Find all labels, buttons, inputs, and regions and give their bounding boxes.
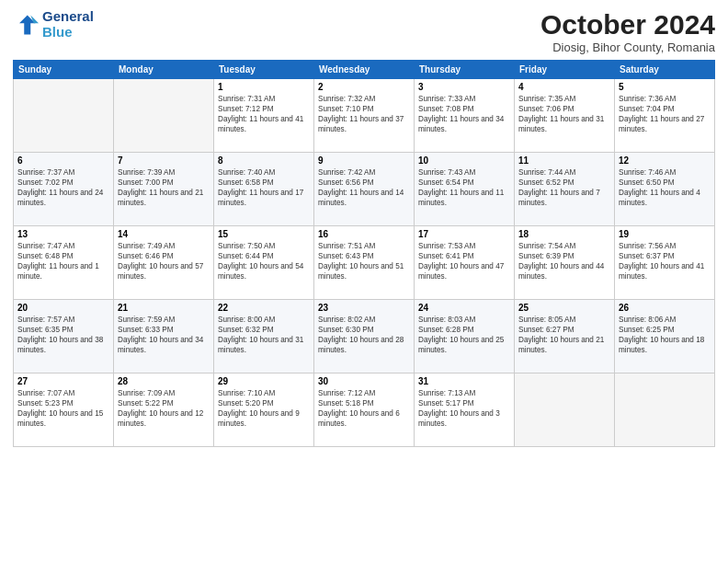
title-block: October 2024 Diosig, Bihor County, Roman… <box>540 9 715 54</box>
day-info: Sunrise: 8:06 AMSunset: 6:25 PMDaylight:… <box>619 315 711 355</box>
calendar-day-cell: 30Sunrise: 7:12 AMSunset: 5:18 PMDayligh… <box>314 373 415 447</box>
day-number: 30 <box>318 376 410 386</box>
calendar-day-cell: 26Sunrise: 8:06 AMSunset: 6:25 PMDayligh… <box>615 300 715 373</box>
day-number: 2 <box>318 82 410 92</box>
weekday-header-sunday: Sunday <box>14 61 114 79</box>
day-number: 17 <box>418 229 510 239</box>
calendar-day-cell: 28Sunrise: 7:09 AMSunset: 5:22 PMDayligh… <box>114 373 214 447</box>
weekday-header-tuesday: Tuesday <box>214 61 314 79</box>
month-title: October 2024 <box>540 9 715 40</box>
day-info: Sunrise: 7:54 AMSunset: 6:39 PMDaylight:… <box>518 241 610 282</box>
day-number: 21 <box>118 303 210 313</box>
calendar-day-cell: 15Sunrise: 7:50 AMSunset: 6:44 PMDayligh… <box>214 226 314 300</box>
day-info: Sunrise: 7:44 AMSunset: 6:52 PMDaylight:… <box>518 167 610 208</box>
calendar-day-cell: 22Sunrise: 8:00 AMSunset: 6:32 PMDayligh… <box>214 300 314 373</box>
day-number: 11 <box>518 155 610 166</box>
day-number: 6 <box>17 155 109 166</box>
calendar-day-cell <box>114 79 214 153</box>
day-info: Sunrise: 7:59 AMSunset: 6:33 PMDaylight:… <box>118 315 210 355</box>
calendar-day-cell <box>14 79 114 153</box>
day-number: 15 <box>218 229 310 239</box>
weekday-header-wednesday: Wednesday <box>314 61 415 79</box>
day-info: Sunrise: 7:53 AMSunset: 6:41 PMDaylight:… <box>418 241 510 282</box>
day-info: Sunrise: 8:00 AMSunset: 6:32 PMDaylight:… <box>218 315 310 355</box>
day-number: 16 <box>318 229 410 239</box>
calendar-week-row: 13Sunrise: 7:47 AMSunset: 6:48 PMDayligh… <box>14 226 715 300</box>
day-info: Sunrise: 7:56 AMSunset: 6:37 PMDaylight:… <box>619 241 711 282</box>
day-info: Sunrise: 7:42 AMSunset: 6:56 PMDaylight:… <box>318 167 410 208</box>
day-info: Sunrise: 7:10 AMSunset: 5:20 PMDaylight:… <box>218 388 310 429</box>
day-info: Sunrise: 7:51 AMSunset: 6:43 PMDaylight:… <box>318 241 410 282</box>
calendar-day-cell: 27Sunrise: 7:07 AMSunset: 5:23 PMDayligh… <box>14 373 114 447</box>
day-number: 25 <box>518 303 610 313</box>
calendar-day-cell: 24Sunrise: 8:03 AMSunset: 6:28 PMDayligh… <box>415 300 515 373</box>
day-number: 13 <box>17 229 109 239</box>
calendar-day-cell: 11Sunrise: 7:44 AMSunset: 6:52 PMDayligh… <box>515 153 615 226</box>
calendar-day-cell: 20Sunrise: 7:57 AMSunset: 6:35 PMDayligh… <box>14 300 114 373</box>
day-number: 31 <box>418 376 510 386</box>
day-number: 3 <box>418 82 510 92</box>
weekday-header-saturday: Saturday <box>615 61 715 79</box>
day-number: 7 <box>118 155 210 166</box>
day-info: Sunrise: 7:57 AMSunset: 6:35 PMDaylight:… <box>17 315 109 355</box>
day-number: 27 <box>17 376 109 386</box>
logo: General Blue <box>13 9 94 40</box>
day-info: Sunrise: 7:09 AMSunset: 5:22 PMDaylight:… <box>118 388 210 429</box>
day-info: Sunrise: 7:35 AMSunset: 7:06 PMDaylight:… <box>518 94 610 134</box>
day-number: 8 <box>218 155 310 166</box>
logo-text: General Blue <box>42 9 94 40</box>
day-info: Sunrise: 7:12 AMSunset: 5:18 PMDaylight:… <box>318 388 410 429</box>
day-number: 19 <box>619 229 711 239</box>
weekday-header-monday: Monday <box>114 61 214 79</box>
day-info: Sunrise: 7:32 AMSunset: 7:10 PMDaylight:… <box>318 94 410 134</box>
page: General Blue October 2024 Diosig, Bihor … <box>0 0 728 563</box>
calendar-day-cell: 18Sunrise: 7:54 AMSunset: 6:39 PMDayligh… <box>515 226 615 300</box>
day-info: Sunrise: 7:07 AMSunset: 5:23 PMDaylight:… <box>17 388 109 429</box>
calendar-table: SundayMondayTuesdayWednesdayThursdayFrid… <box>13 60 715 447</box>
logo-icon <box>13 12 39 38</box>
calendar-week-row: 20Sunrise: 7:57 AMSunset: 6:35 PMDayligh… <box>14 300 715 373</box>
day-number: 26 <box>619 303 711 313</box>
day-number: 23 <box>318 303 410 313</box>
location-subtitle: Diosig, Bihor County, Romania <box>540 40 715 54</box>
calendar-day-cell: 8Sunrise: 7:40 AMSunset: 6:58 PMDaylight… <box>214 153 314 226</box>
calendar-day-cell: 12Sunrise: 7:46 AMSunset: 6:50 PMDayligh… <box>615 153 715 226</box>
calendar-day-cell: 7Sunrise: 7:39 AMSunset: 7:00 PMDaylight… <box>114 153 214 226</box>
day-number: 18 <box>518 229 610 239</box>
calendar-day-cell: 31Sunrise: 7:13 AMSunset: 5:17 PMDayligh… <box>415 373 515 447</box>
day-info: Sunrise: 7:47 AMSunset: 6:48 PMDaylight:… <box>17 241 109 282</box>
calendar-day-cell: 21Sunrise: 7:59 AMSunset: 6:33 PMDayligh… <box>114 300 214 373</box>
calendar-day-cell: 9Sunrise: 7:42 AMSunset: 6:56 PMDaylight… <box>314 153 415 226</box>
day-info: Sunrise: 8:02 AMSunset: 6:30 PMDaylight:… <box>318 315 410 355</box>
day-number: 12 <box>619 155 711 166</box>
calendar-day-cell: 17Sunrise: 7:53 AMSunset: 6:41 PMDayligh… <box>415 226 515 300</box>
weekday-header-friday: Friday <box>515 61 615 79</box>
calendar-day-cell: 13Sunrise: 7:47 AMSunset: 6:48 PMDayligh… <box>14 226 114 300</box>
day-info: Sunrise: 7:49 AMSunset: 6:46 PMDaylight:… <box>118 241 210 282</box>
calendar-day-cell: 6Sunrise: 7:37 AMSunset: 7:02 PMDaylight… <box>14 153 114 226</box>
calendar-day-cell: 4Sunrise: 7:35 AMSunset: 7:06 PMDaylight… <box>515 79 615 153</box>
calendar-day-cell: 10Sunrise: 7:43 AMSunset: 6:54 PMDayligh… <box>415 153 515 226</box>
day-number: 29 <box>218 376 310 386</box>
calendar-day-cell: 1Sunrise: 7:31 AMSunset: 7:12 PMDaylight… <box>214 79 314 153</box>
day-info: Sunrise: 7:40 AMSunset: 6:58 PMDaylight:… <box>218 167 310 208</box>
day-number: 1 <box>218 82 310 92</box>
weekday-header-thursday: Thursday <box>415 61 515 79</box>
day-number: 14 <box>118 229 210 239</box>
calendar-week-row: 6Sunrise: 7:37 AMSunset: 7:02 PMDaylight… <box>14 153 715 226</box>
calendar-day-cell: 5Sunrise: 7:36 AMSunset: 7:04 PMDaylight… <box>615 79 715 153</box>
day-info: Sunrise: 7:50 AMSunset: 6:44 PMDaylight:… <box>218 241 310 282</box>
calendar-day-cell: 23Sunrise: 8:02 AMSunset: 6:30 PMDayligh… <box>314 300 415 373</box>
day-number: 10 <box>418 155 510 166</box>
calendar-day-cell: 2Sunrise: 7:32 AMSunset: 7:10 PMDaylight… <box>314 79 415 153</box>
logo-line1: General <box>42 9 94 25</box>
calendar-day-cell: 16Sunrise: 7:51 AMSunset: 6:43 PMDayligh… <box>314 226 415 300</box>
day-info: Sunrise: 7:43 AMSunset: 6:54 PMDaylight:… <box>418 167 510 208</box>
day-info: Sunrise: 8:05 AMSunset: 6:27 PMDaylight:… <box>518 315 610 355</box>
day-info: Sunrise: 7:37 AMSunset: 7:02 PMDaylight:… <box>17 167 109 208</box>
calendar-day-cell: 14Sunrise: 7:49 AMSunset: 6:46 PMDayligh… <box>114 226 214 300</box>
calendar-week-row: 1Sunrise: 7:31 AMSunset: 7:12 PMDaylight… <box>14 79 715 153</box>
day-info: Sunrise: 7:46 AMSunset: 6:50 PMDaylight:… <box>619 167 711 208</box>
calendar-day-cell: 29Sunrise: 7:10 AMSunset: 5:20 PMDayligh… <box>214 373 314 447</box>
calendar-day-cell: 3Sunrise: 7:33 AMSunset: 7:08 PMDaylight… <box>415 79 515 153</box>
